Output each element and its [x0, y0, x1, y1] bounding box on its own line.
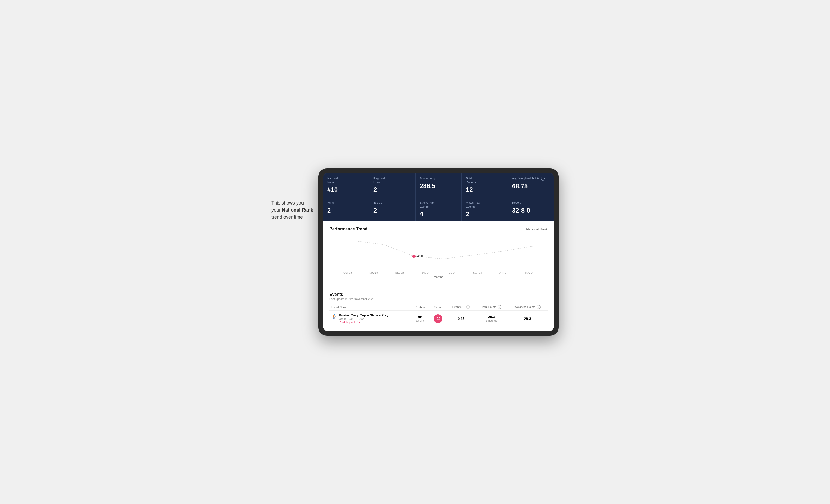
position-cell: 6th out of 7: [410, 311, 429, 327]
chart-x-labels: OCT 23 NOV 23 DEC 23 JAN 24 FEB 24 MAR 2…: [329, 272, 548, 274]
event-date: Oct 9 – Oct 10, 2023: [339, 317, 388, 321]
score-cell: -22: [429, 311, 447, 327]
col-weighted-points: Weighted Points i: [507, 304, 548, 311]
events-table-header: Event Name Position Score Event SG i Tot…: [329, 304, 548, 311]
chart-x-axis-title: Months: [329, 275, 548, 278]
event-sg-value: 0.45: [458, 317, 464, 321]
event-sg-info-icon: i: [466, 305, 470, 309]
stat-match-play-events: Match PlayEvents 2: [462, 197, 508, 222]
stat-scoring-avg-label: Scoring Avg.: [420, 177, 457, 180]
tablet-screen: NationalRank #10 RegionalRank 2 Scoring …: [323, 173, 554, 331]
tooltip-annotation: This shows you your National Rank trend …: [272, 200, 324, 221]
stat-record: Record 32-8-0: [508, 197, 554, 222]
stat-total-rounds: TotalRounds 12: [462, 173, 508, 197]
event-name: Buster Cozy Cup – Stroke Play: [339, 313, 388, 317]
chart-svg: #10: [329, 236, 548, 269]
event-sg-cell: 0.45: [447, 311, 475, 327]
score-badge: -22: [434, 314, 442, 323]
weighted-points-info-icon: i: [537, 305, 541, 309]
event-name-text: Buster Cozy Cup – Stroke Play Oct 9 – Oc…: [339, 313, 388, 324]
performance-header: Performance Trend National Rank: [329, 227, 548, 231]
x-label-dec23: DEC 23: [387, 272, 413, 274]
performance-chart: #10: [329, 236, 548, 269]
stat-top3s-value: 2: [374, 207, 411, 214]
scene: This shows you your National Rank trend …: [272, 168, 558, 336]
tablet-frame: NationalRank #10 RegionalRank 2 Scoring …: [318, 168, 558, 336]
x-label-nov23: NOV 23: [361, 272, 387, 274]
stat-national-rank: NationalRank #10: [323, 173, 369, 197]
stat-match-play-value: 2: [466, 210, 504, 218]
stat-record-value: 32-8-0: [512, 207, 550, 214]
events-last-updated: Last updated: 24th November 2023: [329, 297, 548, 301]
col-score: Score: [429, 304, 447, 311]
stat-total-rounds-value: 12: [466, 186, 504, 193]
total-points-value: 28.3: [477, 315, 505, 319]
stat-wins: Wins 2: [323, 197, 369, 222]
stat-record-label: Record: [512, 201, 550, 204]
stat-scoring-avg-value: 286.5: [420, 182, 457, 190]
info-icon: i: [541, 177, 545, 180]
events-title: Events: [329, 292, 548, 297]
stat-wins-label: Wins: [327, 201, 365, 204]
performance-subtitle: National Rank: [526, 227, 548, 231]
event-name-cell: 🏌️ Buster Cozy Cup – Stroke Play Oct 9 –…: [329, 311, 410, 327]
events-table: Event Name Position Score Event SG i Tot…: [329, 304, 548, 327]
stat-total-rounds-label: TotalRounds: [466, 177, 504, 184]
col-position: Position: [410, 304, 429, 311]
stat-national-rank-label: NationalRank: [327, 177, 365, 184]
col-total-points: Total Points i: [475, 304, 507, 311]
rank-impact[interactable]: Rank Impact: 3 ▾: [339, 321, 360, 324]
stat-avg-weighted-label: Avg. Weighted Points i: [512, 177, 550, 180]
stat-national-rank-value: #10: [327, 186, 365, 193]
table-row: 🏌️ Buster Cozy Cup – Stroke Play Oct 9 –…: [329, 311, 548, 327]
stat-regional-rank: RegionalRank 2: [369, 173, 415, 197]
performance-title: Performance Trend: [329, 227, 368, 231]
stat-top3s: Top 3s 2: [369, 197, 415, 222]
stat-match-play-label: Match PlayEvents: [466, 201, 504, 208]
x-label-oct23: OCT 23: [334, 272, 361, 274]
event-sport-icon: 🏌️: [331, 314, 337, 319]
svg-text:#10: #10: [417, 255, 422, 258]
x-label-mar24: MAR 24: [465, 272, 491, 274]
stat-stroke-play-value: 4: [420, 210, 457, 218]
events-section: Events Last updated: 24th November 2023 …: [323, 288, 554, 331]
position-sub: out of 7: [416, 319, 424, 322]
stat-regional-rank-value: 2: [374, 186, 411, 193]
stat-wins-value: 2: [327, 207, 365, 214]
stat-top3s-label: Top 3s: [374, 201, 411, 204]
total-points-info-icon: i: [498, 305, 501, 309]
stat-avg-weighted-value: 68.75: [512, 182, 550, 190]
stat-avg-weighted-points: Avg. Weighted Points i 68.75: [508, 173, 554, 197]
events-table-body: 🏌️ Buster Cozy Cup – Stroke Play Oct 9 –…: [329, 311, 548, 327]
x-label-apr24: APR 24: [490, 272, 516, 274]
stat-stroke-play-label: Stroke PlayEvents: [420, 201, 457, 208]
x-label-jan24: JAN 24: [413, 272, 439, 274]
stat-scoring-avg: Scoring Avg. 286.5: [416, 173, 461, 197]
stat-regional-rank-label: RegionalRank: [374, 177, 411, 184]
position-value: 6th: [417, 315, 422, 319]
stats-row-1: NationalRank #10 RegionalRank 2 Scoring …: [323, 173, 554, 197]
stat-stroke-play-events: Stroke PlayEvents 4: [416, 197, 461, 222]
x-label-feb24: FEB 24: [439, 272, 465, 274]
performance-section: Performance Trend National Rank: [323, 222, 554, 288]
stats-row-2: Wins 2 Top 3s 2 Stroke PlayEvents 4 Matc…: [323, 197, 554, 222]
x-label-may24: MAY 24: [516, 272, 543, 274]
rounds-label: 3 Rounds: [486, 319, 497, 322]
col-event-name: Event Name: [329, 304, 410, 311]
col-event-sg: Event SG i: [447, 304, 475, 311]
weighted-points-cell: 28.3: [507, 311, 548, 327]
total-points-cell: 28.3 3 Rounds: [475, 311, 507, 327]
svg-point-8: [412, 255, 416, 258]
